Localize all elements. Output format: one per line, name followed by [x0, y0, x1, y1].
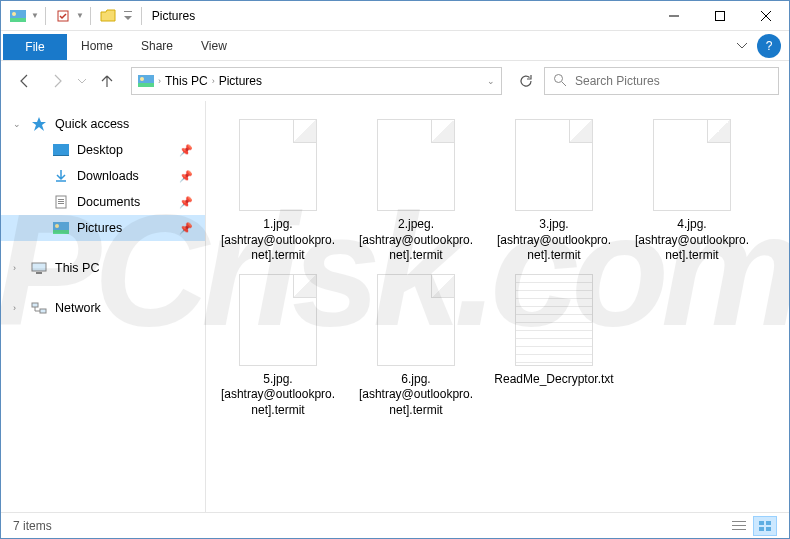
svg-rect-14	[58, 199, 64, 200]
minimize-button[interactable]	[651, 1, 697, 31]
file-name: 1.jpg.[ashtray@outlookpro.net].termit	[218, 217, 338, 264]
view-details-button[interactable]	[727, 516, 751, 536]
file-item[interactable]: 4.jpg.[ashtray@outlookpro.net].termit	[632, 119, 752, 264]
nav-recent-dropdown[interactable]	[75, 67, 89, 95]
svg-rect-22	[32, 303, 38, 307]
navigation-pane: ⌄ Quick access Desktop 📌 Downloads 📌	[1, 101, 206, 512]
sidebar-this-pc[interactable]: › This PC	[1, 255, 205, 281]
help-button[interactable]: ?	[757, 34, 781, 58]
qat-folder-icon[interactable]	[97, 5, 119, 27]
chevron-down-icon: ⌄	[13, 119, 21, 129]
file-item[interactable]: 1.jpg.[ashtray@outlookpro.net].termit	[218, 119, 338, 264]
file-icon	[239, 119, 317, 211]
sidebar-network[interactable]: › Network	[1, 295, 205, 321]
item-count: 7 items	[13, 519, 52, 533]
file-name: 6.jpg.[ashtray@outlookpro.net].termit	[356, 372, 476, 419]
breadcrumb-this-pc[interactable]: This PC	[165, 74, 208, 88]
svg-rect-23	[40, 309, 46, 313]
network-icon	[31, 300, 47, 316]
file-name: 3.jpg.[ashtray@outlookpro.net].termit	[494, 217, 614, 264]
svg-rect-11	[53, 144, 69, 155]
quick-access-icon	[31, 116, 47, 132]
file-icon	[377, 119, 455, 211]
maximize-button[interactable]	[697, 1, 743, 31]
breadcrumb-dropdown-icon[interactable]: ⌄	[487, 76, 495, 86]
window-titlebar: ▼ ▼ Pictures	[1, 1, 789, 31]
close-button[interactable]	[743, 1, 789, 31]
ribbon-tab-home[interactable]: Home	[67, 31, 127, 61]
file-icon	[515, 119, 593, 211]
svg-rect-6	[716, 11, 725, 20]
sidebar-item-label: Desktop	[77, 143, 123, 157]
file-item[interactable]: ReadMe_Decryptor.txt	[494, 274, 614, 419]
qat-app-icon[interactable]	[7, 5, 29, 27]
sidebar-item-documents[interactable]: Documents 📌	[1, 189, 205, 215]
ribbon-tabs: File Home Share View ?	[1, 31, 789, 61]
text-file-icon	[515, 274, 593, 366]
svg-rect-24	[732, 521, 746, 522]
window-title: Pictures	[152, 9, 195, 23]
view-icons-button[interactable]	[753, 516, 777, 536]
sidebar-label: Quick access	[55, 117, 129, 131]
downloads-icon	[53, 168, 69, 184]
qat-properties-icon[interactable]	[52, 5, 74, 27]
svg-point-9	[140, 77, 144, 81]
address-bar: › This PC › Pictures ⌄	[1, 61, 789, 101]
sidebar-item-desktop[interactable]: Desktop 📌	[1, 137, 205, 163]
svg-rect-12	[53, 155, 69, 156]
svg-rect-29	[759, 527, 764, 531]
sidebar-item-pictures[interactable]: Pictures 📌	[1, 215, 205, 241]
chevron-right-icon: ›	[13, 263, 16, 273]
svg-rect-8	[138, 83, 154, 87]
nav-back-button[interactable]	[11, 67, 39, 95]
svg-rect-21	[36, 272, 42, 274]
ribbon-expand-icon[interactable]	[727, 43, 757, 49]
svg-rect-4	[124, 11, 132, 12]
pin-icon: 📌	[179, 170, 193, 183]
svg-rect-27	[759, 521, 764, 525]
file-view[interactable]: 1.jpg.[ashtray@outlookpro.net].termit2.j…	[206, 101, 789, 512]
breadcrumb[interactable]: › This PC › Pictures ⌄	[131, 67, 502, 95]
ribbon-file-tab[interactable]: File	[3, 34, 67, 60]
search-icon	[553, 73, 567, 90]
search-input[interactable]	[575, 74, 770, 88]
sidebar-quick-access[interactable]: ⌄ Quick access	[1, 111, 205, 137]
sidebar-item-label: Pictures	[77, 221, 122, 235]
nav-up-button[interactable]	[93, 67, 121, 95]
nav-forward-button[interactable]	[43, 67, 71, 95]
refresh-button[interactable]	[512, 67, 540, 95]
file-item[interactable]: 3.jpg.[ashtray@outlookpro.net].termit	[494, 119, 614, 264]
svg-rect-25	[732, 525, 746, 526]
svg-rect-5	[669, 15, 679, 16]
sidebar-label: Network	[55, 301, 101, 315]
svg-rect-18	[53, 230, 69, 234]
qat-overflow[interactable]	[121, 5, 135, 27]
file-item[interactable]: 5.jpg.[ashtray@outlookpro.net].termit	[218, 274, 338, 419]
svg-rect-15	[58, 201, 64, 202]
sidebar-item-downloads[interactable]: Downloads 📌	[1, 163, 205, 189]
pin-icon: 📌	[179, 144, 193, 157]
file-item[interactable]: 2.jpeg.[ashtray@outlookpro.net].termit	[356, 119, 476, 264]
svg-rect-30	[766, 527, 771, 531]
file-name: 5.jpg.[ashtray@outlookpro.net].termit	[218, 372, 338, 419]
svg-rect-28	[766, 521, 771, 525]
svg-point-2	[12, 12, 16, 16]
svg-rect-16	[58, 203, 64, 204]
sidebar-item-label: Downloads	[77, 169, 139, 183]
file-name: 4.jpg.[ashtray@outlookpro.net].termit	[632, 217, 752, 264]
svg-rect-26	[732, 529, 746, 530]
ribbon-tab-share[interactable]: Share	[127, 31, 187, 61]
file-icon	[239, 274, 317, 366]
this-pc-icon	[31, 260, 47, 276]
file-item[interactable]: 6.jpg.[ashtray@outlookpro.net].termit	[356, 274, 476, 419]
chevron-right-icon: ›	[13, 303, 16, 313]
pin-icon: 📌	[179, 222, 193, 235]
documents-icon	[53, 194, 69, 210]
breadcrumb-folder-icon	[138, 73, 154, 89]
breadcrumb-pictures[interactable]: Pictures	[219, 74, 262, 88]
sidebar-item-label: Documents	[77, 195, 140, 209]
svg-point-19	[55, 224, 59, 228]
ribbon-tab-view[interactable]: View	[187, 31, 241, 61]
search-box[interactable]	[544, 67, 779, 95]
desktop-icon	[53, 142, 69, 158]
